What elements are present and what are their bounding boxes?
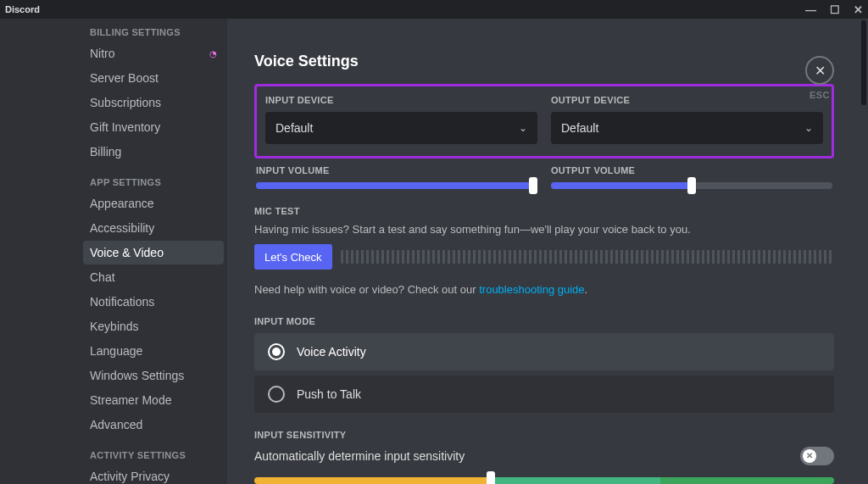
sidebar-item-label: Windows Settings (90, 369, 184, 382)
close-icon: ✕ (815, 63, 826, 79)
sidebar-item-label: Subscriptions (90, 96, 161, 109)
titlebar: Discord — ☐ ✕ (0, 0, 868, 19)
sidebar: BILLING SETTINGS Nitro ◔ Server Boost Su… (83, 19, 227, 484)
input-mode-push-to-talk[interactable]: Push to Talk (254, 376, 834, 413)
sidebar-item-label: Language (90, 344, 142, 358)
sidebar-item-gift-inventory[interactable]: Gift Inventory (83, 115, 224, 139)
sidebar-header-app: APP SETTINGS (83, 172, 227, 191)
mic-test-label: MIC TEST (254, 206, 834, 216)
close-icon[interactable]: ✕ (854, 4, 863, 15)
input-sensitivity-label: INPUT SENSITIVITY (254, 430, 834, 440)
device-highlight-box: INPUT DEVICE Default ⌄ OUTPUT DEVICE Def… (254, 84, 834, 159)
sensitivity-slider[interactable] (254, 477, 834, 484)
sidebar-item-voice-video[interactable]: Voice & Video (83, 241, 224, 264)
sidebar-item-label: Keybinds (90, 320, 139, 333)
mic-level-meter (341, 250, 834, 264)
sidebar-item-label: Billing (90, 145, 121, 159)
slider-thumb[interactable] (487, 471, 495, 484)
sidebar-item-windows-settings[interactable]: Windows Settings (83, 364, 224, 387)
mode-label: Voice Activity (297, 345, 366, 359)
input-mode-voice-activity[interactable]: Voice Activity (254, 333, 834, 370)
esc-label: ESC (805, 90, 834, 100)
sidebar-item-label: Voice & Video (90, 246, 164, 259)
output-device-label: OUTPUT DEVICE (551, 95, 823, 105)
sidebar-header-billing: BILLING SETTINGS (83, 22, 227, 41)
maximize-icon[interactable]: ☐ (830, 4, 840, 15)
troubleshooting-link[interactable]: troubleshooting guide (479, 283, 584, 296)
sidebar-item-label: Accessibility (90, 221, 154, 235)
sidebar-item-label: Gift Inventory (90, 120, 160, 134)
output-device-value: Default (561, 121, 598, 135)
input-volume-label: INPUT VOLUME (256, 165, 537, 175)
sidebar-item-label: Appearance (90, 197, 154, 210)
sidebar-item-label: Notifications (90, 295, 154, 309)
sidebar-item-label: Chat (90, 270, 115, 284)
auto-sensitivity-toggle[interactable]: ✕ (800, 447, 834, 465)
sidebar-item-label: Nitro (90, 47, 115, 60)
mic-test-button[interactable]: Let's Check (254, 244, 332, 270)
auto-sensitivity-label: Automatically determine input sensitivit… (254, 449, 465, 463)
sidebar-item-advanced[interactable]: Advanced (83, 413, 224, 437)
input-mode-label: INPUT MODE (254, 316, 834, 326)
nitro-badge-icon: ◔ (209, 49, 217, 58)
sidebar-item-activity-privacy[interactable]: Activity Privacy (83, 465, 224, 484)
mic-test-description: Having mic issues? Start a test and say … (254, 223, 834, 236)
input-device-label: INPUT DEVICE (265, 95, 537, 105)
sidebar-item-streamer-mode[interactable]: Streamer Mode (83, 388, 224, 412)
sidebar-item-label: Advanced (90, 418, 142, 431)
sidebar-item-notifications[interactable]: Notifications (83, 290, 224, 314)
scrollbar[interactable] (861, 20, 866, 105)
radio-unselected-icon (268, 386, 285, 403)
output-volume-slider[interactable] (551, 182, 832, 189)
input-device-select[interactable]: Default ⌄ (265, 112, 537, 144)
output-volume-label: OUTPUT VOLUME (551, 165, 832, 175)
sidebar-item-label: Server Boost (90, 71, 159, 85)
sidebar-item-chat[interactable]: Chat (83, 265, 224, 289)
content: Voice Settings ✕ ESC INPUT DEVICE Defaul… (227, 19, 868, 484)
sidebar-item-keybinds[interactable]: Keybinds (83, 314, 224, 338)
sidebar-item-appearance[interactable]: Appearance (83, 192, 224, 215)
sidebar-item-server-boost[interactable]: Server Boost (83, 66, 224, 90)
slider-thumb[interactable] (687, 177, 696, 194)
output-device-select[interactable]: Default ⌄ (551, 112, 823, 144)
toggle-knob: ✕ (803, 449, 816, 463)
sidebar-header-activity: ACTIVITY SETTINGS (83, 445, 227, 464)
page-title: Voice Settings (254, 53, 834, 70)
minimize-icon[interactable]: — (805, 4, 816, 15)
sidebar-item-accessibility[interactable]: Accessibility (83, 216, 224, 240)
radio-selected-icon (268, 343, 285, 360)
sidebar-item-label: Activity Privacy (90, 470, 170, 483)
mode-label: Push to Talk (297, 387, 361, 401)
input-volume-slider[interactable] (256, 182, 537, 189)
close-settings-button[interactable]: ✕ (805, 56, 834, 85)
sidebar-item-subscriptions[interactable]: Subscriptions (83, 91, 224, 114)
titlebar-controls: — ☐ ✕ (805, 4, 863, 15)
app-name: Discord (5, 4, 40, 14)
input-device-value: Default (275, 121, 313, 135)
slider-thumb[interactable] (529, 177, 537, 194)
sidebar-item-language[interactable]: Language (83, 339, 224, 363)
x-icon: ✕ (806, 452, 813, 460)
sidebar-gutter (0, 19, 83, 484)
help-text: Need help with voice or video? Check out… (254, 283, 834, 296)
sidebar-item-nitro[interactable]: Nitro ◔ (83, 42, 224, 65)
chevron-down-icon: ⌄ (804, 122, 813, 134)
sidebar-item-label: Streamer Mode (90, 393, 171, 407)
sidebar-item-billing[interactable]: Billing (83, 140, 224, 164)
chevron-down-icon: ⌄ (519, 122, 527, 134)
